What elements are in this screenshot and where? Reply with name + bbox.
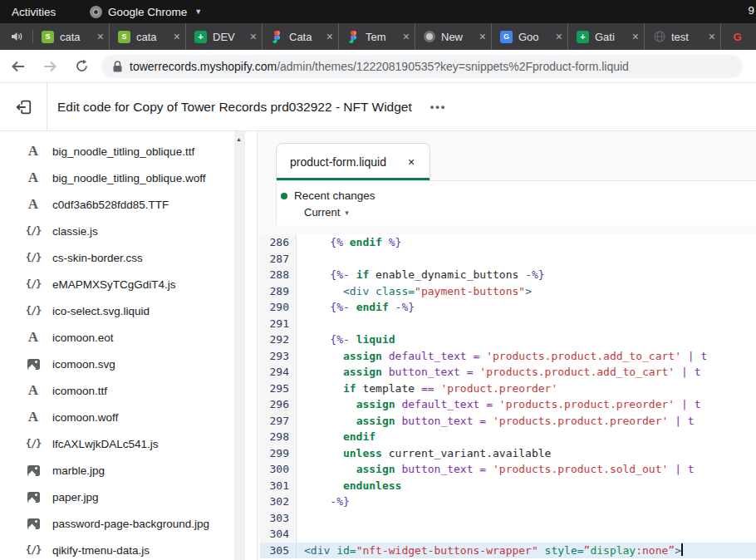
file-row[interactable]: {/}eMAPMXSyTCgGdiT4.js	[0, 271, 257, 297]
code-line[interactable]: 299 unless current_variant.available	[260, 445, 756, 462]
code-line-active[interactable]: 305<div id="nft-widget-buttons-wrapper" …	[260, 543, 756, 559]
shopify-header: Edit code for Copy of Tower Records prd0…	[0, 83, 756, 131]
code-line[interactable]: 301 endunless	[260, 478, 756, 494]
code-line-text: <div id="nft-widget-buttons-wrapper" sty…	[297, 543, 756, 559]
more-actions-button[interactable]: •••	[430, 101, 447, 113]
browser-tab[interactable]: +DEV×	[186, 23, 263, 50]
code-line-text: <div class="payment-buttons">	[297, 283, 756, 300]
code-line[interactable]: 287	[260, 251, 756, 268]
reload-icon[interactable]	[71, 56, 91, 76]
close-icon[interactable]: ×	[326, 31, 333, 42]
chevron-down-icon: ▾	[345, 209, 349, 217]
close-icon[interactable]: ×	[250, 31, 257, 42]
code-line[interactable]: 293 assign default_text = 'products.prod…	[260, 348, 756, 365]
file-row[interactable]: Abig_noodle_titling_oblique.ttf	[0, 138, 257, 165]
url-domain: towerrecords.myshopify.com	[130, 60, 277, 73]
close-icon[interactable]: ×	[174, 31, 180, 42]
code-line[interactable]: 289 <div class="payment-buttons">	[260, 283, 756, 300]
file-name: icomoon.ttf	[52, 385, 107, 397]
code-line[interactable]: 290 {%- endif -%}	[260, 299, 756, 316]
browser-tab[interactable]: +Gati×	[568, 23, 645, 50]
file-row[interactable]: Aicomoon.eot	[0, 324, 257, 351]
font-file-icon: A	[25, 329, 42, 346]
version-dropdown[interactable]: Current ▾	[304, 206, 756, 219]
browser-tab[interactable]: GGoo×	[492, 23, 568, 50]
browser-tab[interactable]: Scata×	[33, 23, 110, 50]
recent-changes-panel: Recent changes Current ▾	[276, 180, 756, 225]
line-number: 303	[260, 510, 297, 527]
file-row[interactable]: marble.jpg	[0, 457, 257, 484]
code-line[interactable]: 304	[260, 526, 756, 543]
line-number: 293	[260, 348, 297, 365]
exit-code-editor-button[interactable]	[0, 83, 47, 130]
browser-tab-label: Gati	[595, 31, 626, 43]
line-number: 301	[260, 478, 297, 494]
code-line[interactable]: 302 -%}	[260, 494, 756, 510]
sidebar-scrollbar[interactable]: ▲	[234, 131, 245, 560]
close-icon[interactable]: ×	[556, 31, 562, 42]
file-row[interactable]: Abig_noodle_titling_oblique.woff	[0, 165, 257, 191]
file-row[interactable]: icomoon.svg	[0, 351, 257, 377]
code-line[interactable]: 292 {%- liquid	[260, 332, 756, 348]
code-line[interactable]: 300 assign button_text = 'products.produ…	[260, 461, 756, 478]
file-name: classie.js	[52, 225, 98, 238]
close-icon[interactable]: ×	[408, 155, 415, 169]
speaker-icon[interactable]	[0, 30, 33, 43]
back-icon[interactable]	[8, 56, 28, 76]
font-file-icon: A	[25, 409, 42, 425]
file-name: big_noodle_titling_oblique.woff	[52, 172, 205, 184]
editor-tab-product-form[interactable]: product-form.liquid ×	[276, 143, 430, 180]
line-number: 289	[260, 283, 297, 300]
code-line[interactable]: 288 {%- if enable_dynamic_buttons -%}	[260, 267, 756, 283]
file-row-partial[interactable]	[0, 131, 257, 138]
file-name: ico-select.svg.liquid	[52, 305, 150, 317]
close-icon[interactable]: ×	[632, 31, 639, 42]
code-line[interactable]: 296 assign default_text = 'products.prod…	[260, 396, 756, 413]
file-row[interactable]: {/}ico-select.svg.liquid	[0, 297, 257, 324]
browser-tab[interactable]: Scata×	[110, 23, 186, 50]
tabs-container: Scata×Scata×+DEV×Cata×Tem×New×GGoo×+Gati…	[33, 23, 756, 50]
code-line[interactable]: 297 assign button_text = 'products.produ…	[260, 413, 756, 430]
file-row[interactable]: Ac0df3a6b528fdd85.TTF	[0, 191, 257, 218]
close-icon[interactable]: ×	[709, 31, 715, 42]
file-row[interactable]: password-page-background.jpg	[0, 510, 257, 537]
file-name: c0df3a6b528fdd85.TTF	[52, 199, 169, 211]
browser-tab[interactable]: New×	[415, 23, 492, 50]
code-area[interactable]: 286 {% endif %}287288 {%- if enable_dyna…	[260, 234, 756, 560]
code-line[interactable]: 291	[260, 316, 756, 332]
file-row[interactable]: {/}qikify-tmenu-data.js	[0, 537, 257, 560]
file-row[interactable]: Aicomoon.woff	[0, 404, 257, 430]
file-row[interactable]: {/}cs-skin-border.css	[0, 244, 257, 271]
address-bar[interactable]: towerrecords.myshopify.com/admin/themes/…	[101, 55, 743, 78]
chrome-icon	[90, 6, 102, 18]
text-cursor	[681, 543, 683, 556]
browser-tab[interactable]: Tem×	[339, 23, 415, 50]
code-file-icon: {/}	[25, 225, 42, 237]
sheets-icon: +	[577, 31, 589, 43]
code-line[interactable]: 295 if template == 'product.preorder'	[260, 381, 756, 397]
font-file-icon: A	[25, 196, 42, 213]
code-line-text	[297, 526, 756, 543]
file-row[interactable]: {/}classie.js	[0, 218, 257, 244]
close-icon[interactable]: ×	[97, 31, 104, 42]
activities-button[interactable]: Activities	[12, 6, 56, 18]
code-line[interactable]: 294 assign button_text = 'products.produ…	[260, 364, 756, 381]
line-number: 297	[260, 413, 297, 430]
browser-tab-label: Goo	[518, 31, 550, 43]
browser-tab-partial[interactable]: G	[721, 23, 746, 50]
chrome-app-menu[interactable]: Google Chrome ▼	[90, 6, 202, 18]
browser-tab[interactable]: Cata×	[263, 23, 339, 50]
file-row[interactable]: {/}lfcAXLwjkDALc541.js	[0, 430, 257, 457]
close-icon[interactable]: ×	[403, 31, 410, 42]
close-icon[interactable]: ×	[479, 31, 486, 42]
code-line[interactable]: 286 {% endif %}	[260, 234, 756, 251]
browser-tab[interactable]: test×	[645, 23, 721, 50]
screen: Activities Google Chrome ▼ 9 A Scata×Sca…	[0, 0, 756, 560]
file-row[interactable]: paper.jpg	[0, 484, 257, 510]
code-line-text: {%- endif -%}	[297, 299, 756, 316]
code-line[interactable]: 298 endif	[260, 429, 756, 445]
code-line[interactable]: 303	[260, 510, 756, 527]
file-row[interactable]: Aicomoon.ttf	[0, 377, 257, 404]
forward-icon[interactable]	[40, 56, 60, 76]
scroll-up-icon[interactable]: ▲	[236, 136, 242, 142]
